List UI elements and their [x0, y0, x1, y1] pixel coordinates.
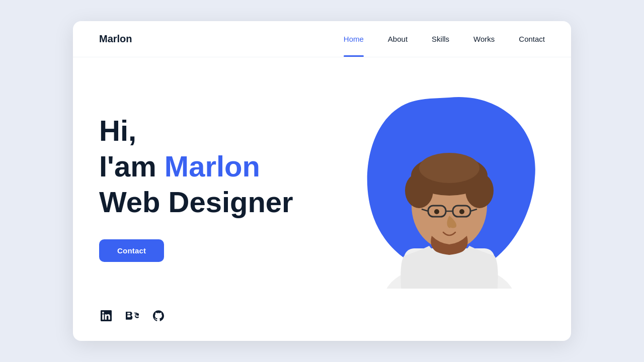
nav-item-works[interactable]: Works [473, 35, 495, 44]
nav-item-about[interactable]: About [388, 35, 408, 44]
navbar: Marlon Home About Skills Works Contact [73, 21, 571, 57]
svg-point-14 [459, 209, 464, 214]
social-bar [73, 309, 571, 341]
nav-item-contact[interactable]: Contact [519, 35, 545, 44]
brand-logo[interactable]: Marlon [99, 33, 132, 45]
portfolio-page: Marlon Home About Skills Works Contact H… [73, 21, 571, 341]
hero-greeting: Hi, [99, 114, 354, 148]
hero-image-container [354, 87, 545, 289]
nav-link-works[interactable]: Works [473, 35, 495, 43]
hero-section: Hi, I'am Marlon Web Designer Contact [73, 57, 571, 309]
behance-icon[interactable] [125, 309, 139, 323]
nav-link-contact[interactable]: Contact [519, 35, 545, 43]
hero-role: Web Designer [99, 186, 354, 219]
github-icon[interactable] [151, 309, 166, 323]
nav-item-skills[interactable]: Skills [432, 35, 449, 44]
hero-intro: I'am Marlon [99, 150, 354, 184]
person-portrait [374, 108, 525, 289]
contact-button[interactable]: Contact [99, 239, 164, 262]
nav-links: Home About Skills Works Contact [344, 35, 545, 44]
hero-intro-prefix: I'am [99, 150, 165, 183]
linkedin-icon[interactable] [99, 309, 113, 323]
nav-link-home[interactable]: Home [344, 35, 364, 43]
hero-name: Marlon [165, 150, 260, 183]
svg-point-13 [434, 209, 439, 214]
nav-item-home[interactable]: Home [344, 35, 364, 44]
svg-point-7 [419, 153, 479, 183]
hero-text: Hi, I'am Marlon Web Designer Contact [99, 114, 354, 261]
nav-link-about[interactable]: About [388, 35, 408, 43]
nav-link-skills[interactable]: Skills [432, 35, 449, 43]
